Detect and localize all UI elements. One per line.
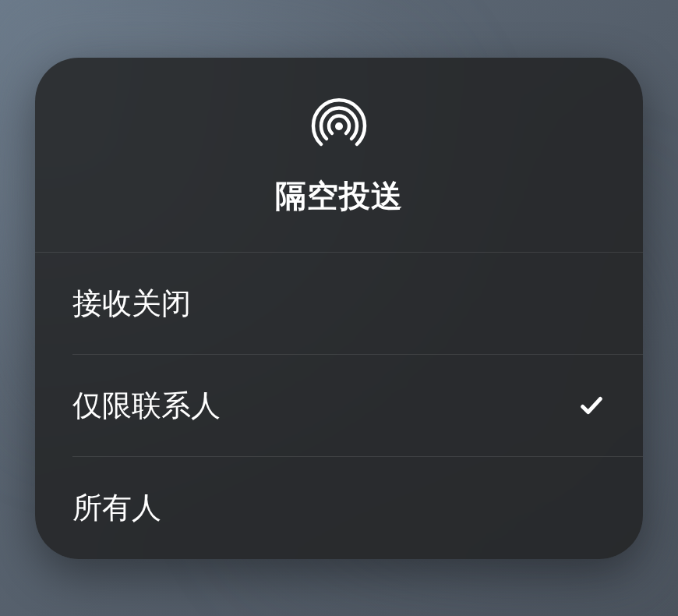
option-receiving-off[interactable]: 接收关闭 (35, 253, 643, 355)
svg-point-0 (335, 122, 343, 130)
option-label: 所有人 (72, 488, 161, 528)
checkmark-icon (577, 391, 606, 420)
airdrop-settings-panel: 隔空投送 接收关闭 仅限联系人 所有人 (35, 58, 643, 559)
option-contacts-only[interactable]: 仅限联系人 (35, 355, 643, 457)
panel-title: 隔空投送 (275, 175, 403, 218)
option-everyone[interactable]: 所有人 (35, 457, 643, 559)
option-label: 接收关闭 (72, 284, 191, 324)
airdrop-icon (311, 95, 367, 151)
option-label: 仅限联系人 (72, 386, 221, 426)
panel-header: 隔空投送 (35, 58, 643, 253)
airdrop-options-list: 接收关闭 仅限联系人 所有人 (35, 253, 643, 559)
